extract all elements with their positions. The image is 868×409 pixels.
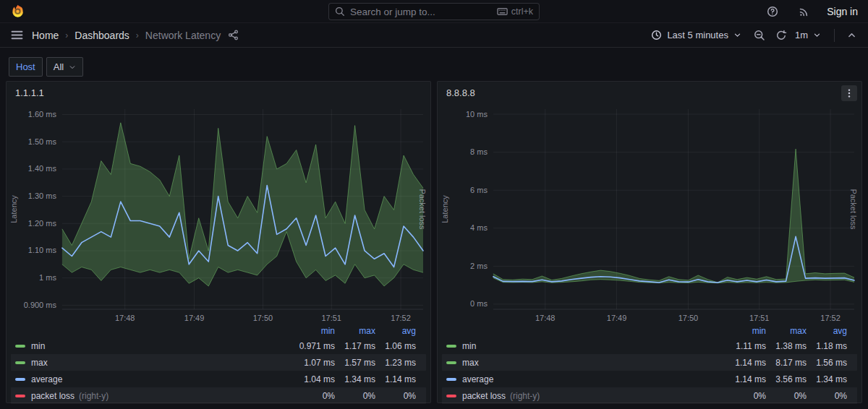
legend-stat-value: 1.14 ms xyxy=(375,374,416,384)
svg-text:10 ms: 10 ms xyxy=(466,110,488,119)
legend-header: minmaxavg xyxy=(11,324,426,337)
sign-in-button[interactable]: Sign in xyxy=(827,6,858,17)
legend-stat-value: 1.06 ms xyxy=(375,341,416,351)
global-search[interactable]: ctrl+k xyxy=(328,3,540,20)
series-color-swatch xyxy=(15,378,25,381)
series-color-swatch xyxy=(446,361,456,364)
legend-series-label[interactable]: packet loss xyxy=(462,391,506,401)
chevron-down-icon xyxy=(813,31,821,39)
legend-stat-value: 0% xyxy=(766,391,807,401)
svg-text:1.30 ms: 1.30 ms xyxy=(28,191,57,200)
share-icon[interactable] xyxy=(224,26,242,45)
svg-text:1.50 ms: 1.50 ms xyxy=(28,137,57,146)
panel-title[interactable]: 1.1.1.1 xyxy=(15,87,44,98)
grafana-logo[interactable] xyxy=(10,4,25,19)
legend-stat-value: 1.56 ms xyxy=(807,358,847,368)
legend-stat-value: 1.34 ms xyxy=(335,374,375,384)
chevron-up-icon[interactable] xyxy=(842,26,861,45)
svg-text:0 ms: 0 ms xyxy=(470,299,488,308)
timeseries-chart[interactable]: 10 ms8 ms6 ms4 ms2 ms0 ms17:4817:4917:50… xyxy=(438,103,861,324)
legend-series-label[interactable]: min xyxy=(462,341,476,351)
series-color-swatch xyxy=(15,361,25,364)
dashboard-panel: 1.1.1.1 1.60 ms1.50 ms1.40 ms1.30 ms1.20… xyxy=(6,81,431,403)
legend-row: max1.14 ms8.17 ms1.56 ms xyxy=(442,354,857,371)
legend-column-min[interactable]: min xyxy=(718,326,766,336)
toolbar-divider xyxy=(834,29,835,42)
svg-text:17:48: 17:48 xyxy=(115,314,135,322)
legend-stat-value: 1.11 ms xyxy=(718,341,766,351)
dashboard-grid: 1.1.1.1 1.60 ms1.50 ms1.40 ms1.30 ms1.20… xyxy=(0,77,868,403)
svg-text:1.40 ms: 1.40 ms xyxy=(28,164,57,173)
left-axis-label: Latency xyxy=(9,195,18,223)
svg-text:17:48: 17:48 xyxy=(535,314,555,322)
svg-text:6 ms: 6 ms xyxy=(470,186,488,194)
svg-text:17:50: 17:50 xyxy=(253,314,273,322)
legend-column-avg[interactable]: avg xyxy=(375,326,416,336)
rss-icon[interactable] xyxy=(795,2,814,21)
legend-stat-value: 0.971 ms xyxy=(287,341,335,351)
time-range-picker[interactable]: Last 5 minutes xyxy=(645,25,747,46)
svg-text:17:52: 17:52 xyxy=(820,314,840,322)
keyboard-icon xyxy=(497,7,508,16)
legend-stat-value: 1.07 ms xyxy=(287,358,335,368)
zoom-out-icon[interactable] xyxy=(750,26,769,45)
dashboard-toolbar: Home › Dashboards › Network Latency Last… xyxy=(0,23,868,48)
search-input[interactable] xyxy=(350,7,492,17)
breadcrumb-home[interactable]: Home xyxy=(32,30,59,41)
series-color-swatch xyxy=(446,378,456,381)
panel-legend: minmaxavgmin0.971 ms1.17 ms1.06 msmax1.0… xyxy=(11,324,426,404)
legend-stat-value: 0% xyxy=(335,391,375,401)
legend-series-label[interactable]: max xyxy=(462,358,479,368)
legend-column-max[interactable]: max xyxy=(766,326,807,336)
chevron-down-icon xyxy=(733,31,741,39)
variable-value-dropdown[interactable]: All xyxy=(46,57,83,77)
legend-column-avg[interactable]: avg xyxy=(807,326,847,336)
svg-text:17:51: 17:51 xyxy=(321,314,341,322)
legend-stat-value: 1.57 ms xyxy=(335,358,375,368)
legend-stat-value: 1.34 ms xyxy=(807,374,847,384)
legend-stat-value: 1.14 ms xyxy=(718,374,766,384)
chevron-down-icon xyxy=(69,64,76,71)
breadcrumb-separator: › xyxy=(65,30,68,40)
legend-row: packet loss(right-y)0%0%0% xyxy=(11,387,426,404)
legend-series-label[interactable]: average xyxy=(31,374,62,384)
legend-header: minmaxavg xyxy=(442,324,857,337)
refresh-icon[interactable] xyxy=(772,26,791,45)
legend-series-label[interactable]: packet loss xyxy=(31,391,75,401)
breadcrumb-separator: › xyxy=(136,30,139,40)
refresh-interval-dropdown[interactable]: 1m xyxy=(793,25,827,46)
search-icon xyxy=(335,7,345,17)
legend-stat-value: 1.23 ms xyxy=(375,358,416,368)
legend-stat-value: 0% xyxy=(807,391,847,401)
legend-stat-value: 1.38 ms xyxy=(766,341,807,351)
legend-row: max1.07 ms1.57 ms1.23 ms xyxy=(11,354,426,371)
svg-text:4 ms: 4 ms xyxy=(470,223,488,232)
svg-text:17:52: 17:52 xyxy=(391,314,410,322)
legend-series-label[interactable]: min xyxy=(31,341,45,351)
svg-text:1 ms: 1 ms xyxy=(39,273,56,282)
help-icon[interactable] xyxy=(763,2,782,21)
panel-title[interactable]: 8.8.8.8 xyxy=(446,87,475,98)
breadcrumb-dashboards[interactable]: Dashboards xyxy=(75,30,129,41)
svg-text:17:49: 17:49 xyxy=(607,314,626,322)
legend-series-label[interactable]: max xyxy=(31,358,48,368)
right-axis-label: Packet loss xyxy=(849,189,858,230)
svg-text:2 ms: 2 ms xyxy=(470,262,488,270)
left-axis-label: Latency xyxy=(441,195,449,223)
clock-icon xyxy=(651,30,662,40)
legend-column-max[interactable]: max xyxy=(335,326,375,336)
menu-icon[interactable] xyxy=(7,26,26,45)
variables-bar: Host All xyxy=(0,48,868,77)
legend-column-min[interactable]: min xyxy=(287,326,335,336)
legend-stat-value: 8.17 ms xyxy=(766,358,807,368)
legend-stat-value: 0% xyxy=(718,391,766,401)
legend-series-label[interactable]: average xyxy=(462,374,493,384)
svg-text:0.900 ms: 0.900 ms xyxy=(24,301,57,309)
panel-menu-icon[interactable] xyxy=(841,85,857,101)
variable-label-host[interactable]: Host xyxy=(9,57,43,77)
right-axis-label: Packet loss xyxy=(418,189,427,230)
series-color-swatch xyxy=(15,395,25,397)
timeseries-chart[interactable]: 1.60 ms1.50 ms1.40 ms1.30 ms1.20 ms1.10 … xyxy=(7,103,430,324)
series-color-swatch xyxy=(446,345,456,348)
legend-stat-value: 1.14 ms xyxy=(718,358,766,368)
